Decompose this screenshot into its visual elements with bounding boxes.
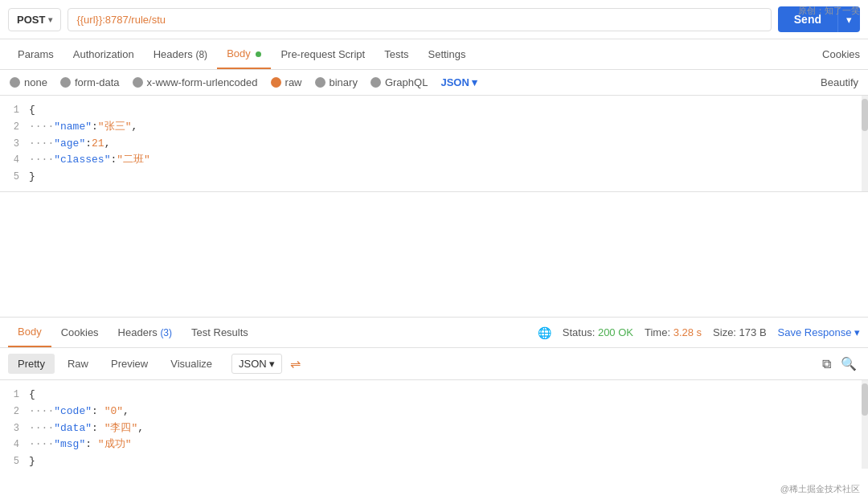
method-select[interactable]: POST ▾	[8, 8, 61, 31]
response-scrollbar[interactable]	[862, 380, 868, 469]
code-line-1: 1 {	[0, 102, 868, 119]
request-code-editor[interactable]: 1 { 2 ····"name":"张三", 3 ····"age":21, 4…	[0, 96, 868, 192]
tab-authorization[interactable]: Authorization	[63, 40, 144, 68]
radio-raw[interactable]: raw	[271, 76, 302, 88]
radio-none[interactable]: none	[10, 76, 47, 88]
tab-params[interactable]: Params	[8, 40, 63, 68]
tab-pre-request-script[interactable]: Pre-request Script	[271, 40, 375, 68]
response-tab-body[interactable]: Body	[8, 318, 51, 347]
chevron-down-icon: ▾	[269, 358, 275, 370]
view-tab-pretty[interactable]: Pretty	[8, 354, 55, 374]
response-tab-cookies[interactable]: Cookies	[51, 318, 108, 346]
view-tab-visualize[interactable]: Visualize	[161, 354, 222, 374]
radio-graphql[interactable]: GraphQL	[371, 76, 428, 88]
radio-circle-binary	[315, 77, 326, 88]
tab-settings[interactable]: Settings	[419, 40, 476, 68]
save-response-button[interactable]: Save Response ▾	[778, 326, 860, 338]
code-line-4: 4 ····"classes":"二班"	[0, 152, 868, 169]
code-line-2: 2 ····"name":"张三",	[0, 119, 868, 136]
resp-code-line-5: 5 }	[0, 453, 868, 469]
scroll-thumb	[862, 99, 868, 131]
globe-icon: 🌐	[538, 326, 551, 339]
body-type-bar: none form-data x-www-form-urlencoded raw…	[0, 70, 868, 96]
radio-binary[interactable]: binary	[315, 76, 358, 88]
radio-circle-raw	[271, 77, 281, 88]
url-bar: POST ▾ Send ▾	[0, 0, 868, 39]
response-section: Body Cookies Headers (3) Test Results 🌐 …	[0, 317, 868, 469]
search-icon[interactable]: 🔍	[837, 353, 860, 375]
radio-form-data[interactable]: form-data	[60, 76, 120, 88]
resp-code-line-1: 1 {	[0, 387, 868, 404]
beautify-button[interactable]: Beautify	[821, 76, 858, 88]
resp-code-line-2: 2 ····"code": "0",	[0, 404, 868, 420]
empty-body-area	[0, 192, 868, 317]
resp-code-line-3: 3 ····"data": "李四",	[0, 420, 868, 437]
response-tab-headers[interactable]: Headers (3)	[108, 318, 182, 346]
chevron-down-icon: ▾	[472, 76, 477, 88]
app-container: 原创：知了一笑 POST ▾ Send ▾ Params Authorizati…	[0, 0, 868, 500]
tab-headers[interactable]: Headers (8)	[144, 40, 217, 68]
cookies-link[interactable]: Cookies	[822, 48, 860, 60]
json-type-select[interactable]: JSON ▾	[440, 76, 477, 88]
request-tabs-bar: Params Authorization Headers (8) Body Pr…	[0, 39, 868, 70]
view-tab-raw[interactable]: Raw	[58, 354, 98, 374]
filter-icon[interactable]: ⇌	[290, 356, 301, 371]
view-tab-preview[interactable]: Preview	[101, 354, 158, 374]
status-code: 200 OK	[598, 326, 633, 338]
scrollbar[interactable]	[862, 96, 868, 191]
copy-icon[interactable]: ⧉	[819, 354, 834, 375]
response-view-bar: Pretty Raw Preview Visualize JSON ▾ ⇌ ⧉ …	[0, 348, 868, 380]
radio-circle-urlencoded	[133, 77, 143, 88]
resp-code-line-4: 4 ····"msg": "成功"	[0, 436, 868, 453]
radio-urlencoded[interactable]: x-www-form-urlencoded	[133, 76, 258, 88]
watermark-top: 原创：知了一笑	[798, 5, 860, 17]
tab-tests[interactable]: Tests	[375, 40, 418, 68]
response-status-info: 🌐 Status: 200 OK Time: 3.28 s Size: 173 …	[538, 326, 860, 339]
body-active-dot	[256, 51, 261, 57]
chevron-down-icon: ▾	[854, 326, 860, 338]
response-tabs-bar: Body Cookies Headers (3) Test Results 🌐 …	[0, 318, 868, 348]
chevron-down-icon: ▾	[48, 15, 52, 24]
radio-circle-none	[10, 77, 20, 88]
response-tab-test-results[interactable]: Test Results	[182, 318, 258, 346]
watermark-bottom: @稀土掘金技术社区	[780, 483, 860, 495]
method-text: POST	[17, 14, 45, 26]
response-size: 173 B	[739, 326, 767, 338]
response-scroll-thumb	[862, 383, 868, 416]
code-line-5: 5 }	[0, 169, 868, 186]
response-json-select[interactable]: JSON ▾	[231, 354, 282, 374]
url-input[interactable]	[68, 8, 771, 31]
radio-circle-graphql	[371, 77, 381, 88]
response-time: 3.28 s	[674, 326, 702, 338]
response-code-editor: 1 { 2 ····"code": "0", 3 ····"data": "李四…	[0, 380, 868, 469]
radio-circle-form-data	[60, 77, 71, 88]
tab-body[interactable]: Body	[217, 39, 271, 69]
code-line-3: 3 ····"age":21,	[0, 136, 868, 153]
